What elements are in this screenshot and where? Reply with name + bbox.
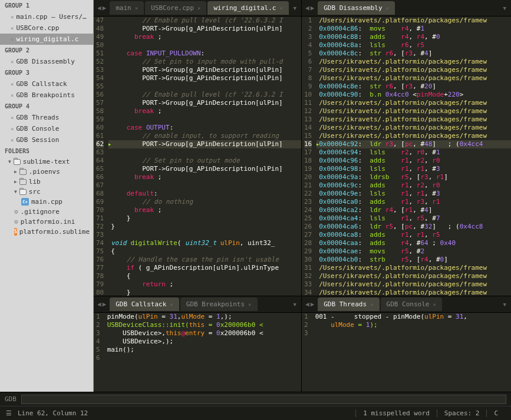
chevron-down-icon: ▼ bbox=[14, 189, 17, 194]
chevron-down-icon: ▼ bbox=[8, 159, 11, 164]
close-icon[interactable]: × bbox=[11, 92, 14, 98]
execution-arrow-icon: ▶ bbox=[108, 140, 111, 148]
pane-top-left: ◀▶ main×USBCore.cpp×wiring_digital.c× ▼ … bbox=[94, 0, 302, 296]
sidebar-item[interactable]: ×GDB Callstack bbox=[0, 78, 93, 90]
editor[interactable]: 123001 - stopped - pinMode(ulPin = 31, u… bbox=[302, 313, 511, 392]
close-icon[interactable]: × bbox=[11, 126, 14, 132]
close-icon[interactable]: × bbox=[135, 5, 138, 11]
tab-menu-icon[interactable]: ▼ bbox=[289, 5, 301, 11]
tree-item-label: .pioenvs bbox=[29, 168, 60, 176]
group-header: GROUP 1 bbox=[0, 0, 93, 11]
editor[interactable]: 4748495051525354555657585960616263646566… bbox=[94, 16, 301, 296]
close-icon[interactable]: × bbox=[11, 81, 14, 87]
sublime-icon: S bbox=[14, 228, 17, 236]
group-header: GROUP 4 bbox=[0, 101, 93, 112]
chevron-right-icon: ▶ bbox=[14, 179, 17, 184]
tab-menu-icon[interactable]: ▼ bbox=[499, 302, 511, 307]
spell-status[interactable]: 1 misspelled word bbox=[355, 409, 437, 417]
execution-arrow-icon: ▶ bbox=[317, 140, 319, 148]
sidebar-item[interactable]: ×USBCore.cpp bbox=[0, 22, 93, 34]
close-icon[interactable]: × bbox=[370, 302, 373, 307]
folder-icon bbox=[19, 179, 27, 185]
status-bar: ☰ Line 62, Column 12 1 misspelled word S… bbox=[0, 406, 511, 420]
tree-item[interactable]: ⚙platformio.ini bbox=[0, 217, 93, 227]
gdb-prompt: GDB bbox=[0, 392, 511, 406]
folder-icon bbox=[19, 189, 27, 195]
tree-item[interactable]: ▶lib bbox=[0, 177, 93, 187]
cursor-position: Line 62, Column 12 bbox=[18, 409, 88, 417]
gdb-label: GDB bbox=[5, 395, 17, 403]
tab-label: GDB Threads bbox=[324, 300, 367, 308]
tab-menu-icon[interactable]: ▼ bbox=[289, 302, 301, 307]
tabbar: ◀▶ main×USBCore.cpp×wiring_digital.c× ▼ bbox=[94, 0, 301, 16]
tree-item[interactable]: ⚙.gitignore bbox=[0, 207, 93, 217]
tree-item-label: src bbox=[29, 188, 41, 196]
nav-back-icon[interactable]: ◀ bbox=[305, 300, 309, 308]
gear-icon: ⚙ bbox=[14, 218, 18, 226]
tab-label: USBCore.cpp bbox=[151, 4, 194, 12]
folder-icon bbox=[19, 169, 27, 175]
sidebar-item[interactable]: ×GDB Disassembly bbox=[0, 56, 93, 67]
tree-item[interactable]: ▼src bbox=[0, 187, 93, 197]
tree-item[interactable]: Splatformio.sublime bbox=[0, 227, 93, 237]
nav-fwd-icon[interactable]: ▶ bbox=[103, 4, 107, 12]
close-icon[interactable]: × bbox=[11, 25, 14, 31]
tab[interactable]: USBCore.cpp× bbox=[145, 1, 206, 15]
folders-header: FOLDERS bbox=[0, 145, 93, 157]
tab[interactable]: GDB Disassembly× bbox=[318, 1, 395, 15]
tab[interactable]: main× bbox=[110, 1, 144, 15]
close-icon[interactable]: × bbox=[386, 5, 389, 11]
panel-icon[interactable]: ☰ bbox=[6, 409, 12, 417]
folder-icon bbox=[14, 159, 21, 165]
editor[interactable]: 123456pinMode(ulPin = 31,ulMode = 1,);US… bbox=[94, 313, 301, 392]
syntax-status[interactable]: C bbox=[486, 409, 505, 417]
close-icon[interactable]: × bbox=[11, 137, 14, 143]
close-icon[interactable]: × bbox=[197, 5, 200, 11]
sidebar-item[interactable]: ×GDB Threads bbox=[0, 112, 93, 123]
tab[interactable]: GDB Console× bbox=[381, 297, 442, 311]
close-icon[interactable]: × bbox=[11, 37, 14, 42]
tree-item[interactable]: ▼sublime-text bbox=[0, 157, 93, 167]
tree-item-label: lib bbox=[29, 178, 41, 186]
close-icon[interactable]: × bbox=[11, 14, 14, 20]
tree-item-label: main.cpp bbox=[31, 198, 62, 206]
tree-item-label: platformio.sublime bbox=[19, 228, 90, 236]
close-icon[interactable]: × bbox=[11, 115, 14, 121]
close-icon[interactable]: × bbox=[248, 302, 251, 307]
editor[interactable]: 1234567891011121314151617181920212223242… bbox=[302, 16, 511, 296]
sidebar-item[interactable]: ×wiring_digital.c bbox=[0, 34, 93, 45]
gear-icon: ⚙ bbox=[14, 208, 18, 216]
close-icon[interactable]: × bbox=[11, 59, 14, 65]
tab[interactable]: GDB Threads× bbox=[318, 297, 379, 311]
nav-back-icon[interactable]: ◀ bbox=[305, 4, 309, 12]
tree-item[interactable]: ▶.pioenvs bbox=[0, 167, 93, 177]
sidebar-item[interactable]: ×GDB Session bbox=[0, 134, 93, 145]
close-icon[interactable]: × bbox=[279, 5, 282, 11]
nav-fwd-icon[interactable]: ▶ bbox=[311, 4, 315, 12]
nav-back-icon[interactable]: ◀ bbox=[97, 4, 101, 12]
tree-item-label: .gitignore bbox=[21, 208, 60, 216]
indent-status[interactable]: Spaces: 2 bbox=[437, 409, 487, 417]
tab-label: GDB Breakpoints bbox=[186, 300, 245, 308]
editor-area: ◀▶ main×USBCore.cpp×wiring_digital.c× ▼ … bbox=[94, 0, 511, 392]
close-icon[interactable]: × bbox=[433, 302, 436, 307]
sidebar-item[interactable]: ×main.cpp — Users/…/sa bbox=[0, 11, 93, 22]
tab-label: wiring_digital.c bbox=[213, 4, 276, 12]
nav-fwd-icon[interactable]: ▶ bbox=[103, 300, 107, 308]
nav-fwd-icon[interactable]: ▶ bbox=[311, 300, 315, 308]
nav-back-icon[interactable]: ◀ bbox=[97, 300, 101, 308]
tab[interactable]: GDB Breakpoints× bbox=[180, 297, 258, 311]
tree-item[interactable]: C+main.cpp bbox=[0, 197, 93, 207]
tab[interactable]: GDB Callstack× bbox=[110, 297, 179, 311]
tab-menu-icon[interactable]: ▼ bbox=[499, 5, 511, 11]
chevron-right-icon: ▶ bbox=[14, 169, 17, 174]
sidebar: GROUP 1×main.cpp — Users/…/sa×USBCore.cp… bbox=[0, 0, 94, 392]
tab-label: GDB Console bbox=[387, 300, 430, 308]
sidebar-item[interactable]: ×GDB Console bbox=[0, 123, 93, 134]
close-icon[interactable]: × bbox=[170, 302, 173, 307]
tab[interactable]: wiring_digital.c× bbox=[207, 1, 288, 15]
tab-label: main bbox=[116, 4, 131, 12]
group-header: GROUP 2 bbox=[0, 45, 93, 56]
sidebar-item[interactable]: ×GDB Breakpoints bbox=[0, 90, 93, 101]
gdb-input[interactable] bbox=[21, 395, 506, 404]
